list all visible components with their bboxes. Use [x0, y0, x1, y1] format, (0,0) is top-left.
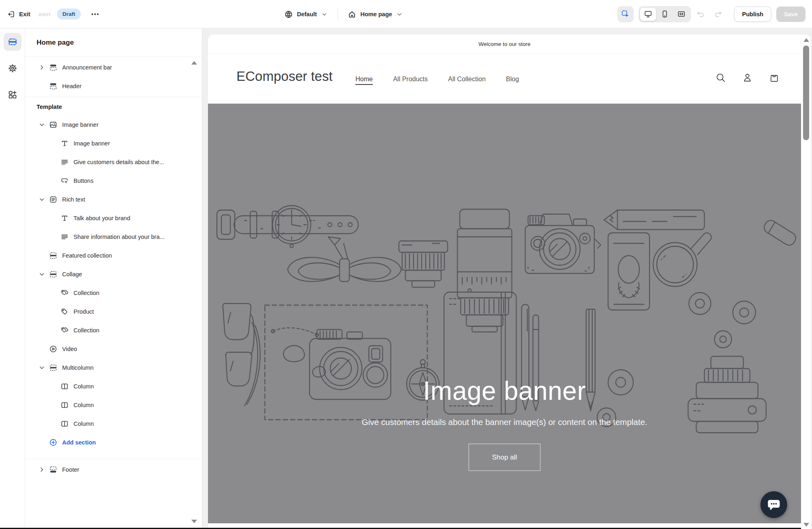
layer-footer[interactable]: Footer — [25, 460, 202, 479]
chevron-down-icon[interactable] — [39, 196, 45, 203]
header-icons — [715, 72, 780, 83]
home-icon — [348, 10, 356, 19]
add-section-button[interactable]: Add section — [25, 433, 202, 452]
chevron-down-icon[interactable] — [39, 121, 45, 128]
layer-announcement-bar[interactable]: Announcement bar — [25, 58, 202, 77]
layer-label: Product — [74, 308, 94, 315]
account-icon[interactable] — [742, 72, 753, 83]
panel-scroll-down[interactable] — [191, 520, 197, 523]
store-header[interactable]: EComposer test Home All Products All Col… — [208, 54, 801, 104]
desktop-preview-button[interactable] — [640, 7, 656, 21]
block-column-2[interactable]: Column — [25, 396, 202, 414]
globe-icon — [284, 10, 293, 19]
layer-label: Buttons — [74, 178, 93, 184]
sections-icon — [8, 37, 17, 47]
block-column-3[interactable]: Column — [25, 414, 202, 433]
video-icon — [49, 345, 57, 353]
block-column-1[interactable]: Column — [25, 377, 202, 396]
layer-label: Collage — [62, 271, 82, 278]
section-icon — [49, 270, 57, 278]
image-banner-section[interactable]: Image banner Give customers details abou… — [208, 104, 801, 523]
product-icon — [61, 308, 69, 316]
layer-header[interactable]: Header — [25, 77, 202, 95]
nav-home[interactable]: Home — [355, 76, 373, 83]
collections-icon — [61, 326, 69, 334]
sections-tab-button[interactable] — [4, 33, 22, 51]
block-buttons[interactable]: Buttons — [25, 171, 202, 190]
layer-label: Image banner — [74, 140, 110, 147]
paragraph-icon — [61, 233, 69, 241]
plus-circle-icon — [49, 438, 57, 447]
gear-icon — [8, 63, 17, 73]
block-collection-2[interactable]: Collection — [25, 321, 202, 340]
layer-label: Collection — [74, 327, 100, 334]
block-image-banner-heading[interactable]: Image banner — [25, 134, 202, 153]
layer-image-banner-section[interactable]: Image banner — [25, 115, 202, 134]
fullwidth-preview-button[interactable] — [673, 7, 690, 21]
mobile-preview-button[interactable] — [656, 7, 673, 21]
divider — [25, 97, 202, 97]
layer-label: Column — [74, 383, 94, 390]
panel-title: Home page — [25, 28, 202, 57]
section-tree: Announcement bar Header Template Image b… — [25, 57, 202, 479]
panel-scroll-up[interactable] — [191, 61, 197, 65]
exit-icon — [7, 10, 15, 18]
buttons-icon — [61, 177, 69, 185]
nav-all-collection[interactable]: All Collection — [448, 76, 485, 83]
chevron-right-icon[interactable] — [39, 64, 45, 71]
preview-scrollbar — [801, 35, 811, 529]
more-actions-button[interactable] — [91, 10, 100, 19]
layer-video[interactable]: Video — [25, 340, 202, 358]
layer-label: Featured collection — [62, 252, 112, 259]
scroll-up-arrow[interactable] — [803, 38, 809, 42]
device-preview-switcher — [639, 6, 691, 22]
block-share-information[interactable]: Share information about your bra... — [25, 228, 202, 246]
chat-bubble-icon — [767, 497, 781, 512]
layer-label: Column — [74, 421, 94, 427]
undo-button[interactable] — [694, 7, 708, 21]
block-banner-text[interactable]: Give customers details about the... — [25, 153, 202, 171]
layer-multicolumn[interactable]: Multicolumn — [25, 358, 202, 377]
nav-blog[interactable]: Blog — [506, 76, 519, 83]
announcement-bar[interactable]: Welcome to our store — [208, 35, 801, 54]
page-selector[interactable]: Home page — [348, 10, 403, 19]
more-dots-icon — [91, 10, 100, 19]
chevron-down-icon[interactable] — [39, 271, 45, 278]
layer-collage[interactable]: Collage — [25, 265, 202, 284]
banner-subheading: Give customers details about the banner … — [208, 417, 801, 427]
heading-icon — [61, 214, 69, 222]
search-icon[interactable] — [715, 72, 726, 83]
exit-button[interactable]: Exit — [7, 10, 30, 18]
left-icon-rail — [0, 28, 25, 529]
cart-icon[interactable] — [769, 72, 780, 83]
inspect-button[interactable] — [617, 6, 634, 22]
chat-widget-button[interactable] — [760, 491, 787, 518]
save-button[interactable]: Save — [776, 7, 806, 22]
redo-button[interactable] — [711, 7, 725, 21]
layer-featured-collection[interactable]: Featured collection — [25, 246, 202, 265]
shop-all-button[interactable]: Shop all — [469, 444, 541, 471]
layer-rich-text[interactable]: Rich text — [25, 190, 202, 209]
chevron-down-icon[interactable] — [39, 364, 45, 371]
section-footer-icon — [49, 466, 57, 474]
block-talk-about-brand[interactable]: Talk about your brand — [25, 209, 202, 228]
block-product[interactable]: Product — [25, 302, 202, 321]
locale-label: Default — [297, 11, 317, 17]
scroll-down-arrow[interactable] — [803, 523, 809, 527]
banner-heading: Image banner — [208, 376, 801, 406]
app-embeds-button[interactable] — [4, 86, 22, 104]
locale-selector[interactable]: Default — [284, 10, 328, 19]
scrollbar-thumb[interactable] — [803, 46, 809, 140]
theme-settings-button[interactable] — [4, 59, 22, 77]
store-logo[interactable]: EComposer test — [236, 69, 333, 84]
sections-panel: Home page Announcement bar Header Templa… — [25, 28, 202, 529]
desktop-icon — [644, 10, 652, 18]
chevron-right-icon[interactable] — [39, 466, 45, 473]
publish-button[interactable]: Publish — [734, 7, 771, 22]
block-collection-1[interactable]: Collection — [25, 284, 202, 302]
image-icon — [49, 121, 57, 129]
divider — [338, 9, 338, 20]
section-header-icon — [49, 63, 57, 72]
chevron-down-icon — [321, 11, 328, 18]
nav-all-products[interactable]: All Products — [393, 76, 428, 83]
